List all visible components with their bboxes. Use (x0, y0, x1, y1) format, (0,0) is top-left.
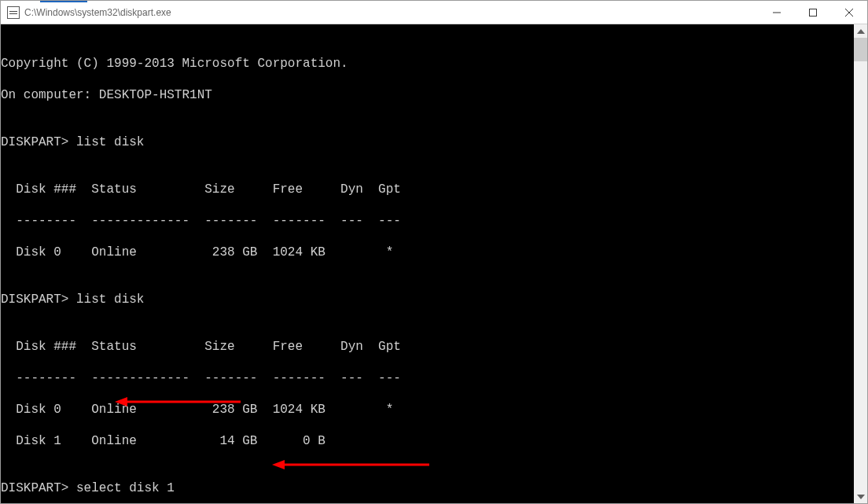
maximize-button[interactable] (795, 1, 831, 24)
scroll-thumb[interactable] (854, 38, 867, 61)
svg-marker-5 (857, 29, 865, 34)
svg-marker-6 (857, 495, 865, 499)
minimize-button[interactable] (759, 1, 795, 24)
console-prompt: DISKPART> list disk (1, 292, 854, 307)
console-prompt: DISKPART> list disk (1, 134, 854, 150)
table-header: Disk ### Status Size Free Dyn Gpt (1, 339, 854, 355)
titlebar[interactable]: C:\Windows\system32\diskpart.exe (1, 1, 867, 24)
scroll-up-button[interactable] (854, 24, 867, 38)
table-separator: -------- ------------- ------- ------- -… (1, 370, 854, 386)
console-line: On computer: DESKTOP-HSTR1NT (1, 87, 854, 103)
svg-marker-4 (272, 460, 285, 469)
table-header: Disk ### Status Size Free Dyn Gpt (1, 182, 854, 197)
table-row: Disk 1 Online 14 GB 0 B (1, 433, 854, 449)
svg-rect-0 (810, 9, 817, 16)
scrollbar[interactable] (854, 24, 867, 503)
scroll-down-button[interactable] (854, 490, 867, 503)
table-row: Disk 0 Online 238 GB 1024 KB * (1, 245, 854, 260)
console-output[interactable]: Copyright (C) 1999-2013 Microsoft Corpor… (1, 24, 854, 503)
close-button[interactable] (831, 1, 867, 24)
console-line: Copyright (C) 1999-2013 Microsoft Corpor… (1, 56, 854, 72)
window-controls (759, 1, 867, 24)
console-prompt: DISKPART> select disk 1 (1, 480, 854, 496)
table-separator: -------- ------------- ------- ------- -… (1, 213, 854, 229)
console-app-icon (7, 6, 20, 19)
title-accent (40, 0, 87, 2)
window-title: C:\Windows\system32\diskpart.exe (24, 7, 759, 18)
table-row: Disk 0 Online 238 GB 1024 KB * (1, 402, 854, 418)
